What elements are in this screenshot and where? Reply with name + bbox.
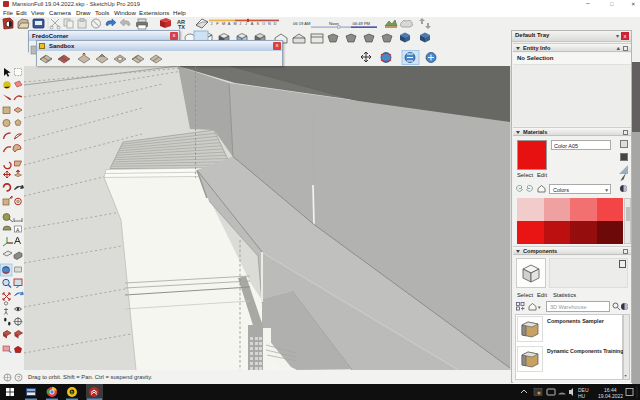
svg-text:D: D: [274, 21, 277, 26]
svg-text:A: A: [228, 21, 231, 26]
svg-text:A: A: [251, 21, 254, 26]
svg-text:06:19 AM: 06:19 AM: [293, 21, 311, 26]
svg-text:19.04.2022: 19.04.2022: [598, 393, 623, 399]
svg-text:J: J: [211, 21, 213, 26]
svg-text:S: S: [257, 21, 260, 26]
svg-text:?: ?: [17, 375, 20, 381]
svg-text:J: J: [239, 21, 241, 26]
svg-text:M: M: [234, 21, 237, 26]
svg-text:O: O: [262, 21, 265, 26]
svg-text:N: N: [268, 21, 271, 26]
svg-text:b: b: [71, 389, 74, 395]
svg-text:J: J: [245, 21, 247, 26]
svg-text:Noon: Noon: [329, 21, 340, 26]
svg-text:06:49 PM: 06:49 PM: [353, 21, 371, 26]
svg-text:F: F: [216, 21, 219, 26]
svg-text:HU: HU: [578, 393, 586, 399]
svg-text:M: M: [222, 21, 225, 26]
